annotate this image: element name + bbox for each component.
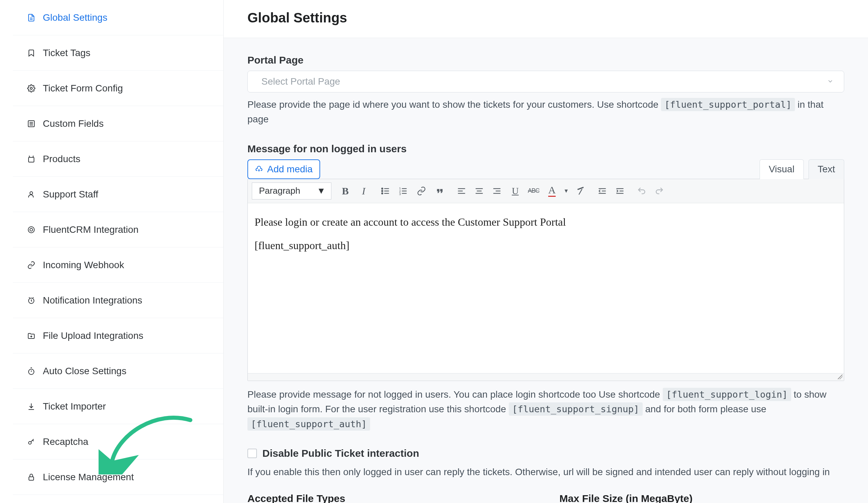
bullet-list-button[interactable] xyxy=(377,183,394,199)
editor-line: Please login or create an account to acc… xyxy=(255,214,837,231)
sidebar-item-recaptcha[interactable]: Recaptcha xyxy=(13,424,223,460)
italic-button[interactable]: I xyxy=(355,183,372,199)
clock-icon xyxy=(27,296,36,305)
sidebar-label: Support Staff xyxy=(43,189,98,200)
page-title: Global Settings xyxy=(247,10,844,25)
folder-plus-icon xyxy=(27,331,36,340)
sidebar-item-products[interactable]: Products xyxy=(13,141,223,177)
shortcode-portal: [fluent_support_portal] xyxy=(661,98,795,111)
align-center-button[interactable] xyxy=(471,183,488,199)
sidebar-label: Recaptcha xyxy=(43,437,89,447)
sidebar-item-incoming-webhook[interactable]: Incoming Webhook xyxy=(13,247,223,283)
svg-point-19 xyxy=(382,188,383,189)
lock-icon xyxy=(27,472,36,482)
sidebar-label: Incoming Webhook xyxy=(43,260,124,270)
tab-visual[interactable]: Visual xyxy=(760,160,804,179)
bold-button[interactable]: B xyxy=(337,183,354,199)
align-right-button[interactable] xyxy=(488,183,505,199)
sidebar-label: File Upload Integrations xyxy=(43,330,143,341)
gear-icon xyxy=(27,84,36,93)
sidebar-label: Notification Integrations xyxy=(43,295,142,306)
svg-point-2 xyxy=(30,88,32,89)
clear-format-button[interactable] xyxy=(572,183,589,199)
select-placeholder: Select Portal Page xyxy=(261,76,340,87)
svg-rect-7 xyxy=(29,157,34,162)
max-file-size-label: Max File Size (in MegaByte) xyxy=(559,493,844,503)
sidebar-item-license-management[interactable]: License Management xyxy=(13,460,223,495)
editor-resize-handle[interactable] xyxy=(248,373,844,381)
sidebar-label: Auto Close Settings xyxy=(43,366,126,377)
strikethrough-button[interactable]: ABC xyxy=(525,183,542,199)
portal-page-label: Portal Page xyxy=(247,54,844,66)
editor-hint: Please provide message for not logged in… xyxy=(247,387,844,431)
sidebar-label: License Management xyxy=(43,472,134,483)
shortcode-signup: [fluent_support_signup] xyxy=(509,402,643,415)
bag-icon xyxy=(27,154,36,164)
align-left-button[interactable] xyxy=(453,183,470,199)
svg-point-21 xyxy=(382,193,383,194)
sidebar-item-ticket-importer[interactable]: Ticket Importer xyxy=(13,389,223,424)
portal-page-select[interactable]: Select Portal Page xyxy=(247,71,844,92)
sidebar-label: Global Settings xyxy=(43,12,107,23)
link-icon xyxy=(27,260,36,270)
sidebar-item-auto-close-settings[interactable]: Auto Close Settings xyxy=(13,353,223,389)
sidebar-item-notification-integrations[interactable]: Notification Integrations xyxy=(13,283,223,318)
text-color-button[interactable]: A xyxy=(544,183,560,199)
sidebar-label: Ticket Importer xyxy=(43,401,106,412)
chevron-down-icon xyxy=(827,76,834,87)
integration-icon xyxy=(27,225,36,235)
shortcode-auth: [fluent_support_auth] xyxy=(247,417,370,431)
sidebar-item-ticket-tags[interactable]: Ticket Tags xyxy=(13,35,223,71)
svg-point-20 xyxy=(382,190,383,192)
key-icon xyxy=(27,437,36,446)
shortcode-login: [fluent_support_login] xyxy=(663,388,791,401)
indent-button[interactable] xyxy=(611,183,628,199)
quote-button[interactable] xyxy=(431,183,448,199)
portal-hint: Please provide the page id where you wan… xyxy=(247,97,844,127)
sidebar-label: Ticket Form Config xyxy=(43,83,123,94)
outdent-button[interactable] xyxy=(594,183,611,199)
rich-text-editor: Paragraph ▼ B I 123 xyxy=(247,179,844,381)
redo-button[interactable] xyxy=(651,183,668,199)
sidebar-label: Custom Fields xyxy=(43,118,104,129)
sidebar-item-support-staff[interactable]: Support Staff xyxy=(13,177,223,212)
add-media-button[interactable]: Add media xyxy=(247,160,320,179)
editor-label: Message for non logged in users xyxy=(247,143,844,155)
text-color-chevron[interactable]: ▼ xyxy=(562,183,571,199)
media-icon xyxy=(255,165,263,173)
link-button[interactable] xyxy=(413,183,430,199)
paragraph-select[interactable]: Paragraph ▼ xyxy=(252,183,331,199)
svg-text:3: 3 xyxy=(399,192,401,195)
sidebar-item-custom-fields[interactable]: Custom Fields xyxy=(13,106,223,141)
undo-button[interactable] xyxy=(633,183,650,199)
accepted-file-types-label: Accepted File Types xyxy=(247,493,532,503)
main-content: Global Settings Portal Page Select Porta… xyxy=(224,0,868,503)
editor-tab-bar: Add media Visual Text xyxy=(247,160,844,179)
svg-point-8 xyxy=(30,192,33,194)
sidebar-label: FluentCRM Integration xyxy=(43,224,139,235)
svg-point-10 xyxy=(30,228,33,231)
editor-line: [fluent_support_auth] xyxy=(255,237,837,254)
disable-public-checkbox[interactable] xyxy=(247,449,257,458)
disable-public-hint: If you enable this then only logged in u… xyxy=(247,465,844,479)
sidebar-item-ticket-form-config[interactable]: Ticket Form Config xyxy=(13,71,223,106)
editor-textarea[interactable]: Please login or create an account to acc… xyxy=(248,203,844,373)
svg-point-17 xyxy=(29,441,31,444)
underline-button[interactable]: U xyxy=(507,183,524,199)
sidebar: Global Settings Ticket Tags Ticket Form … xyxy=(0,0,224,503)
stopwatch-icon xyxy=(27,366,36,376)
page-header: Global Settings xyxy=(224,0,868,38)
editor-toolbar: Paragraph ▼ B I 123 xyxy=(248,179,844,203)
dropdown-caret-icon: ▼ xyxy=(317,186,326,196)
sidebar-item-file-upload-integrations[interactable]: File Upload Integrations xyxy=(13,318,223,353)
user-icon xyxy=(27,189,36,199)
sidebar-item-global-settings[interactable]: Global Settings xyxy=(13,0,223,35)
sidebar-item-fluentcrm-integration[interactable]: FluentCRM Integration xyxy=(13,212,223,247)
numbered-list-button[interactable]: 123 xyxy=(395,183,412,199)
disable-public-label: Disable Public Ticket interaction xyxy=(262,448,419,459)
bookmark-icon xyxy=(27,48,36,58)
tab-text[interactable]: Text xyxy=(808,160,844,179)
download-icon xyxy=(27,402,36,411)
sidebar-label: Ticket Tags xyxy=(43,48,90,59)
sidebar-label: Products xyxy=(43,154,81,164)
